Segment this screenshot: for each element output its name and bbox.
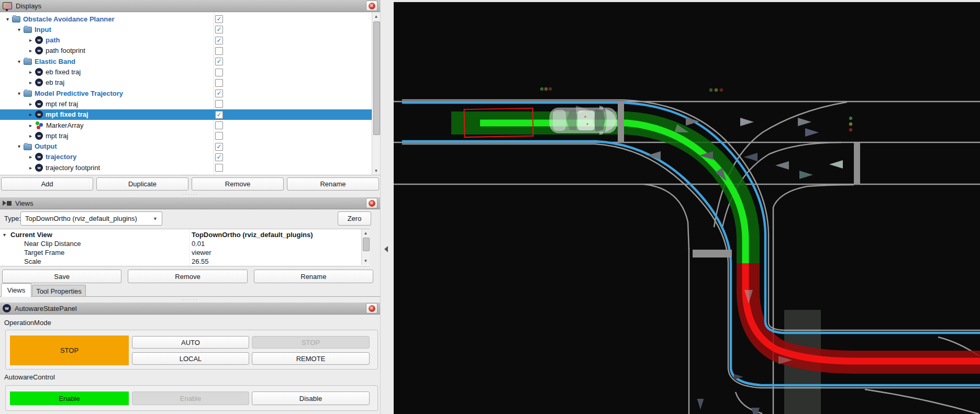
- splitter-handle[interactable]: ······: [0, 298, 380, 301]
- autoware-display-icon: w: [35, 153, 43, 161]
- traffic-light-dot: [849, 122, 852, 126]
- expander-icon[interactable]: ▸: [27, 80, 34, 85]
- property-row-current-view[interactable]: ▾Current ViewTopDownOrtho (rviz_default_…: [0, 230, 361, 239]
- expander-icon[interactable]: ▸: [27, 111, 34, 117]
- tree-row-input[interactable]: ▾Input✓: [0, 24, 380, 35]
- autoware-close-button[interactable]: ✕: [366, 303, 377, 314]
- tab-tool-properties[interactable]: Tool Properties: [32, 285, 86, 297]
- tree-row-path[interactable]: ▸wpath✓: [0, 35, 380, 46]
- tree-row-path-footprint[interactable]: ▸wpath footprint: [0, 46, 380, 56]
- splitter-handle[interactable]: ······: [0, 193, 380, 196]
- enable-checkbox[interactable]: [215, 132, 223, 140]
- scrollbar-thumb[interactable]: [373, 21, 380, 135]
- enable-checkbox[interactable]: [215, 79, 223, 87]
- remote-button[interactable]: REMOTE: [252, 352, 370, 365]
- displays-scrollbar[interactable]: ▲ ▼: [372, 13, 380, 175]
- tree-row-mpt-fixed-traj[interactable]: ▸wmpt fixed traj✓: [0, 109, 380, 120]
- enable-checkbox[interactable]: ✓: [215, 58, 223, 65]
- autoware-panel-titlebar[interactable]: w AutowareStatePanel ✕: [0, 303, 380, 315]
- tree-row-mpt-traj[interactable]: ▸wmpt traj: [0, 130, 380, 141]
- displays-panel-titlebar[interactable]: Displays ✕: [0, 0, 380, 12]
- scrollbar-thumb[interactable]: [363, 238, 370, 251]
- displays-duplicate-button[interactable]: Duplicate: [96, 177, 188, 191]
- expander-icon[interactable]: ▸: [27, 133, 34, 139]
- property-value[interactable]: 26.55: [192, 258, 209, 265]
- traffic-light-dot: [544, 87, 548, 91]
- panel-splitter[interactable]: [380, 0, 394, 414]
- enable-checkbox[interactable]: [215, 69, 223, 76]
- enable-checkbox[interactable]: ✓: [215, 153, 223, 161]
- views-remove-button[interactable]: Remove: [128, 270, 247, 283]
- render-view[interactable]: [394, 0, 980, 414]
- displays-add-button[interactable]: Add: [1, 177, 93, 191]
- property-name: Current View: [10, 231, 52, 239]
- tree-row-trajectory[interactable]: ▸wtrajectory✓: [0, 152, 380, 162]
- displays-remove-button[interactable]: Remove: [192, 177, 284, 191]
- tree-row-eb-traj[interactable]: ▸web traj: [0, 77, 380, 88]
- views-save-button[interactable]: Save: [2, 270, 121, 283]
- tree-row-model-predictive-trajectory[interactable]: ▾Model Predictive Trajectory✓: [0, 88, 380, 98]
- expander-icon[interactable]: ▾: [4, 16, 11, 22]
- autoware-control-label: AutowareControl: [4, 373, 55, 381]
- collapse-left-icon[interactable]: [384, 246, 388, 252]
- scroll-down-icon[interactable]: ▼: [362, 257, 370, 265]
- scroll-up-icon[interactable]: ▲: [362, 229, 370, 237]
- splitter-handle[interactable]: ······: [0, 174, 380, 177]
- tree-item-label: Model Predictive Trajectory: [35, 89, 123, 97]
- view-type-dropdown[interactable]: TopDownOrtho (rviz_default_plugins) ▼: [20, 211, 162, 226]
- auto-button[interactable]: AUTO: [132, 336, 249, 349]
- scroll-up-icon[interactable]: ▲: [372, 13, 380, 20]
- zero-button[interactable]: Zero: [338, 211, 371, 226]
- tree-item-label: path footprint: [46, 47, 85, 54]
- views-rename-button[interactable]: Rename: [254, 270, 373, 283]
- folder-icon: [24, 91, 32, 97]
- tree-row-elastic-band[interactable]: ▾Elastic Band✓: [0, 56, 380, 66]
- displays-close-button[interactable]: ✕: [366, 1, 377, 11]
- views-panel-titlebar[interactable]: Views ✕: [0, 197, 380, 209]
- expander-icon[interactable]: ▸: [27, 165, 34, 171]
- enable-checkbox[interactable]: ✓: [215, 15, 223, 23]
- property-row-target-frame[interactable]: Target Frameviewer: [0, 248, 361, 257]
- views-close-button[interactable]: ✕: [366, 198, 377, 208]
- autoware-display-icon: w: [35, 132, 43, 140]
- enable-checkbox[interactable]: [215, 100, 223, 108]
- tree-row-markerarray[interactable]: ▸MarkerArray: [0, 120, 380, 130]
- tree-row-mpt-ref-traj[interactable]: ▸wmpt ref traj: [0, 98, 380, 109]
- disable-button[interactable]: Disable: [252, 391, 370, 405]
- property-value[interactable]: viewer: [192, 249, 211, 256]
- stop-line: [854, 143, 860, 185]
- enable-checkbox[interactable]: ✓: [215, 111, 223, 119]
- expander-icon[interactable]: ▾: [16, 27, 23, 32]
- expander-icon[interactable]: ▸: [27, 154, 34, 160]
- local-button[interactable]: LOCAL: [132, 352, 249, 365]
- property-row-scale[interactable]: Scale26.55: [0, 257, 361, 266]
- property-value[interactable]: 0.01: [192, 240, 205, 248]
- expander-icon[interactable]: ▾: [16, 143, 23, 149]
- enable-checkbox[interactable]: [215, 164, 223, 172]
- tree-row-eb-fixed-traj[interactable]: ▸web fixed traj: [0, 67, 380, 77]
- property-row-near-clip-distance[interactable]: Near Clip Distance0.01: [0, 239, 361, 248]
- enable-checkbox[interactable]: [215, 121, 223, 129]
- expander-icon[interactable]: ▾: [16, 91, 23, 96]
- tab-views[interactable]: Views: [1, 283, 31, 297]
- expander-icon[interactable]: ▸: [27, 69, 34, 75]
- enable-checkbox[interactable]: ✓: [215, 37, 223, 44]
- expander-icon[interactable]: ▾: [16, 59, 23, 64]
- tree-row-output[interactable]: ▾Output✓: [0, 141, 380, 152]
- expander-icon[interactable]: ▾: [3, 232, 6, 238]
- expander-icon[interactable]: ▸: [27, 122, 34, 128]
- property-value[interactable]: TopDownOrtho (rviz_default_plugins): [192, 231, 313, 239]
- autoware-display-icon: w: [35, 47, 43, 54]
- displays-rename-button[interactable]: Rename: [287, 177, 379, 191]
- tree-item-label: eb fixed traj: [46, 68, 81, 76]
- expander-icon[interactable]: ▸: [27, 37, 34, 43]
- enable-checkbox[interactable]: ✓: [215, 143, 223, 151]
- tree-row-trajectory-footprint[interactable]: ▸wtrajectory footprint: [0, 162, 380, 173]
- expander-icon[interactable]: ▸: [27, 101, 34, 107]
- views-scrollbar[interactable]: ▲ ▼: [361, 229, 370, 265]
- enable-checkbox[interactable]: [215, 47, 223, 55]
- enable-checkbox[interactable]: ✓: [215, 26, 223, 33]
- expander-icon[interactable]: ▸: [27, 48, 34, 53]
- enable-checkbox[interactable]: ✓: [215, 89, 223, 97]
- tree-row-obstacle-avoidance-planner[interactable]: ▾Obstacle Avoidance Planner✓: [0, 14, 376, 24]
